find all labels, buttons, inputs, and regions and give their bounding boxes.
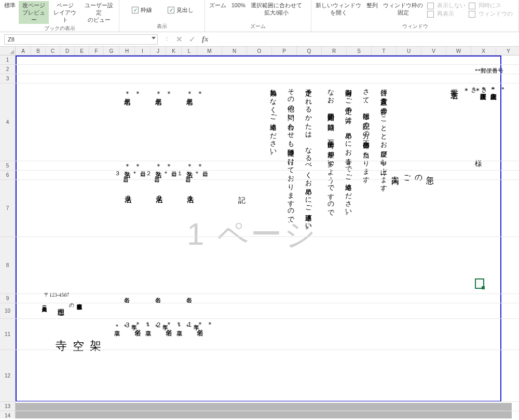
ribbon-group-show: ✓枠線 ✓見出し 表示 [119, 0, 205, 32]
ribbon-group-label: ズーム [207, 22, 309, 32]
col-header-T[interactable]: T [372, 47, 397, 55]
col-header-R[interactable]: R [322, 47, 347, 55]
doc-title: 年忌のご案内 [389, 170, 436, 180]
row-header-6[interactable]: 6 [0, 171, 16, 180]
headings-checkbox[interactable]: ✓見出し [165, 4, 197, 16]
row-header-12[interactable]: 12 [0, 350, 16, 402]
name-box[interactable]: Z8 [4, 34, 158, 45]
ribbon: 標準 改ページ プレビュー ページ レイアウト ユーザー設定 のビュー ブックの… [0, 0, 519, 32]
row-header-7[interactable]: 7 [0, 180, 16, 237]
col-header-E[interactable]: E [75, 47, 89, 55]
confirm-icon[interactable]: ✓ [189, 35, 196, 44]
ribbon-group-window: 新しいウィンドウ を開く 整列 ウィンドウ枠の 固定 表示しない 再表示 同時に… [311, 0, 519, 32]
view-custom-button[interactable]: ユーザー設定 のビュー [81, 1, 117, 24]
houmyou-head-1: ＊＊法名 [185, 159, 205, 166]
col-header-Y[interactable]: Y [496, 47, 519, 55]
temple-postal: 〒123-4567 [44, 291, 69, 299]
col-header-K[interactable]: K [166, 47, 182, 55]
cell-selection [475, 278, 484, 289]
row-header-10[interactable]: 10 [0, 303, 16, 319]
col-header-J[interactable]: J [151, 47, 166, 55]
paragraph-5: 予定されるかたは、なるべくお早めにご連絡下さい。 [304, 84, 314, 323]
row-header-13[interactable]: 13 [0, 402, 16, 411]
zoom-100-button[interactable]: 100% [229, 1, 248, 9]
col-header-W[interactable]: W [446, 47, 471, 55]
paragraph-1: 拝啓 貴家益々ご多祥のこととお慶び申し上げます。 [379, 84, 389, 291]
col-header-Q[interactable]: Q [297, 47, 322, 55]
ribbon-group-label: ブックの表示 [2, 24, 117, 34]
view-page-break-button[interactable]: 改ページ プレビュー [19, 1, 49, 24]
col-header-L[interactable]: L [182, 47, 197, 55]
freeze-panes-button[interactable]: ウィンドウ枠の 固定 [381, 1, 425, 16]
cancel-icon[interactable]: ✕ [176, 35, 183, 44]
worksheet-grid[interactable]: 12345678910111213141516 1 ページ **郵便番号 ＊＊住… [0, 55, 519, 418]
col-header-A[interactable]: A [16, 47, 31, 55]
chevron-down-icon[interactable] [152, 37, 156, 39]
zoom-button[interactable]: ズーム [207, 1, 228, 9]
col-header-F[interactable]: F [89, 47, 104, 55]
kyounen-3: 享年 ＊＊享歳 [113, 320, 139, 326]
col-header-D[interactable]: D [60, 47, 75, 55]
row-headers: 12345678910111213141516 [0, 55, 16, 418]
row-header-14[interactable]: 14 [0, 411, 16, 418]
col-header-O[interactable]: O [247, 47, 272, 55]
col-header-X[interactable]: X [471, 47, 496, 55]
houmyou-2: 法名２ [154, 190, 165, 198]
view-page-layout-button[interactable]: ページ レイアウト [50, 1, 80, 24]
ribbon-group-zoom: ズーム 100% 選択範囲に合わせて 拡大/縮小 ズーム [205, 0, 311, 32]
hide-button[interactable]: 表示しない [427, 2, 466, 9]
col-header-S[interactable]: S [347, 47, 372, 55]
dots-icon: ⋮ [160, 36, 174, 43]
col-header-P[interactable]: P [272, 47, 297, 55]
col-header-M[interactable]: M [197, 47, 222, 55]
paragraph-3: 御回向をご予定の方は、早めにお寺までご連絡ください。 [344, 84, 354, 307]
fx-icon[interactable]: fx [202, 35, 209, 44]
page-watermark: 1 ページ [187, 214, 318, 256]
row-header-3[interactable]: 3 [0, 74, 16, 83]
col-header-U[interactable]: U [397, 47, 421, 55]
col-header-H[interactable]: H [119, 47, 135, 55]
col-header-N[interactable]: N [222, 47, 247, 55]
ribbon-group-book-view: 標準 改ページ プレビュー ページ レイアウト ユーザー設定 のビュー ブックの… [0, 0, 119, 32]
temple-name2: 架空寺 [53, 330, 104, 332]
arrange-button[interactable]: 整列 [364, 1, 380, 9]
houmyou-head-3: ＊＊法名 [122, 159, 143, 166]
row-header-5[interactable]: 5 [0, 161, 16, 171]
row-header-2[interactable]: 2 [0, 65, 16, 74]
nenki-head-2: ＊＊年忌名 [154, 87, 174, 93]
ribbon-group-label: ウィンドウ [313, 22, 516, 32]
paragraph-2: さて、明年は左記の方の正当御命日に当たります。 [361, 84, 372, 291]
row-header-8[interactable]: 8 [0, 237, 16, 294]
gridlines-checkbox[interactable]: ✓枠線 [129, 4, 155, 16]
formula-bar: Z8 ⋮ ✕ ✓ fx [0, 32, 519, 47]
paragraph-6: その他の問い合わせも随時受け付けておりますので、 [286, 84, 296, 307]
unhide-button[interactable]: 再表示 [427, 10, 466, 18]
row-header-1[interactable]: 1 [0, 55, 16, 65]
houmyou-1: 法名１ [185, 190, 196, 198]
nenki-head-1: ＊＊年忌名 [185, 87, 205, 93]
select-all-corner[interactable] [0, 47, 16, 55]
paragraph-7: 気兼ねなくご連絡ください。 [268, 84, 279, 240]
houmyou-3: 法名３ [122, 190, 133, 198]
new-window-button[interactable]: 新しいウィンドウ を開く [313, 1, 363, 16]
column-headers: ABCDEFGHIJKLMNOPQRSTUVWXYZAAAB [0, 47, 519, 55]
row-header-9[interactable]: 9 [0, 294, 16, 303]
row-header-11[interactable]: 11 [0, 319, 16, 350]
col-header-C[interactable]: C [46, 47, 60, 55]
window-hide-group: 表示しない 再表示 [426, 1, 467, 18]
col-header-B[interactable]: B [31, 47, 46, 55]
view-normal-button[interactable]: 標準 [2, 1, 18, 9]
col-header-V[interactable]: V [421, 47, 446, 55]
col-header-G[interactable]: G [104, 47, 119, 55]
col-header-I[interactable]: I [135, 47, 151, 55]
houmyou-head-2: ＊＊法名 [154, 159, 174, 166]
household-name: ＊＊世帯主名 [449, 82, 484, 91]
window-extra: 同時にス ウィンドウの [468, 1, 514, 18]
row-header-4[interactable]: 4 [0, 83, 16, 161]
nenki-head-3: ＊＊年忌名 [122, 87, 143, 93]
ribbon-group-label: 表示 [121, 22, 202, 32]
paragraph-4: なお、法要開始の時刻は、午前十一時に希望が多いようですので [326, 84, 336, 354]
zoom-selection-button[interactable]: 選択範囲に合わせて 拡大/縮小 [249, 1, 304, 16]
